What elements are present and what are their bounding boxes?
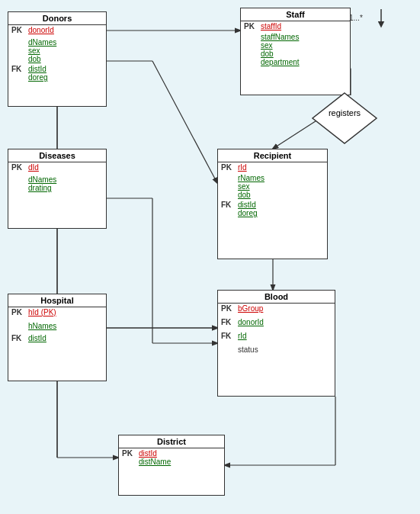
recipient-entity: Recipient PK rId rNames sex dob FK distI (217, 149, 328, 259)
blood-field-donorid: donorId (238, 318, 264, 326)
registers-diamond-svg (311, 92, 378, 145)
staff-field-staffid: staffId (261, 22, 281, 31)
blood-fk1-label: FK (221, 318, 238, 326)
donors-field-sex: sex (28, 47, 56, 55)
recipient-field-sex: sex (238, 182, 265, 191)
hospital-pk-label: PK (11, 308, 28, 316)
hospital-entity: Hospital PK hId (PK) hNames FK distId (8, 294, 107, 381)
diseases-pk-label: PK (11, 163, 28, 172)
cardinality-label: 1...* (349, 14, 363, 22)
donors-pk-label: PK (11, 26, 28, 34)
hospital-title: Hospital (8, 294, 106, 307)
recipient-field-distid: distId (238, 201, 258, 209)
staff-pk-label: PK (244, 22, 261, 31)
blood-field-bgroup: bGroup (238, 304, 263, 313)
donors-title: Donors (8, 12, 106, 25)
svg-line-5 (152, 61, 217, 183)
district-pk-label: PK (122, 449, 139, 458)
district-title: District (119, 435, 224, 448)
staff-field-dept: department (261, 58, 300, 66)
donors-field-doreg: doreg (28, 73, 48, 82)
diseases-field-did: dId (28, 163, 39, 172)
donors-field-dob: dob (28, 55, 56, 63)
registers-diamond: registers (311, 92, 378, 145)
staff-field-staffnames: staffNames (261, 33, 300, 41)
blood-fk2-label: FK (221, 332, 238, 340)
diagram-container: Donors PK donorId dNames sex dob FK dist (0, 0, 420, 514)
donors-field-dnames: dNames (28, 38, 56, 47)
recipient-field-rnames: rNames (238, 174, 265, 182)
staff-field-dob: dob (261, 50, 300, 58)
diseases-title: Diseases (8, 149, 106, 162)
recipient-field-dob: dob (238, 191, 265, 199)
donors-fk-label: FK (11, 65, 28, 73)
recipient-field-doreg: doreg (238, 209, 258, 217)
blood-field-rid: rId (238, 332, 247, 340)
diseases-field-dnames: dNames (28, 175, 56, 184)
blood-title: Blood (218, 291, 335, 304)
recipient-title: Recipient (218, 149, 327, 162)
recipient-pk-label: PK (221, 163, 238, 172)
svg-marker-19 (313, 93, 377, 143)
blood-field-status: status (238, 345, 258, 354)
blood-pk-label: PK (221, 304, 238, 313)
blood-entity: Blood PK bGroup FK donorId FK rId (217, 290, 335, 397)
donors-entity: Donors PK donorId dNames sex dob FK dist (8, 11, 107, 107)
diseases-entity: Diseases PK dId dNames drating (8, 149, 107, 229)
donors-field-donorid: donorId (28, 26, 54, 34)
hospital-fk-label: FK (11, 334, 28, 342)
recipient-fk-label: FK (221, 201, 238, 209)
district-field-distid: distId (139, 449, 171, 458)
district-entity: District PK distId distName (118, 435, 225, 496)
staff-title: Staff (241, 8, 350, 21)
hospital-field-hid: hId (PK) (28, 308, 56, 316)
district-field-distname: distName (139, 458, 171, 466)
cardinality-arrow (374, 8, 389, 31)
staff-field-sex: sex (261, 41, 300, 50)
recipient-field-rid: rId (238, 163, 247, 172)
diseases-field-drating: drating (28, 184, 56, 192)
registers-label: registers (311, 108, 378, 117)
hospital-field-hnames: hNames (28, 322, 56, 330)
staff-entity: Staff PK staffId staffNames sex dob depa… (240, 8, 351, 95)
hospital-field-distid: distId (28, 334, 46, 342)
donors-field-distid: distId (28, 65, 48, 73)
